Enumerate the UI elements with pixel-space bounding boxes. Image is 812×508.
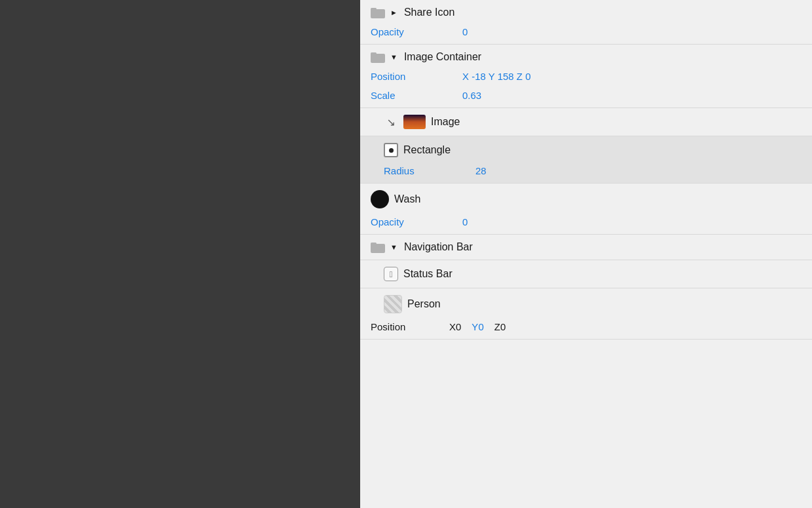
layer-main-share-icon[interactable]: ► Share Icon: [360, 0, 812, 25]
triangle-icon-image-container: ▼: [390, 53, 397, 61]
circle-icon-wash: [371, 190, 389, 208]
layer-row-rectangle[interactable]: Rectangle Radius 28: [360, 136, 812, 184]
layers-panel: ► Share Icon Opacity 0 ▼ Image Container…: [360, 0, 812, 508]
pos-z-value: 0: [500, 321, 506, 332]
pos-y-axis: Y: [471, 321, 478, 332]
layer-name-image: Image: [431, 116, 460, 128]
layer-main-status-bar[interactable]:  Status Bar: [360, 260, 812, 288]
prop-value-opacity-share: 0: [462, 26, 468, 37]
pos-y-person: Y 0: [471, 321, 483, 332]
curved-arrow-icon: ↙: [384, 116, 398, 128]
prop-opacity-share: Opacity 0: [360, 25, 812, 44]
prop-label-opacity-wash: Opacity: [371, 216, 462, 227]
pos-z-axis: Z: [494, 321, 500, 332]
layer-main-image-container[interactable]: ▼ Image Container: [360, 45, 812, 69]
prop-position-person: Position X 0 Y 0 Z 0: [360, 320, 812, 339]
pos-x-axis: X: [449, 321, 456, 332]
prop-value-opacity-wash: 0: [462, 216, 468, 227]
layer-row-share-icon[interactable]: ► Share Icon Opacity 0: [360, 0, 812, 45]
svg-rect-1: [371, 8, 377, 11]
prop-value-scale: 0.63: [462, 90, 481, 101]
layer-row-navigation-bar[interactable]: ▼ Navigation Bar: [360, 235, 812, 260]
svg-rect-5: [371, 243, 377, 246]
layer-main-wash[interactable]: Wash: [360, 184, 812, 215]
svg-rect-3: [371, 52, 377, 56]
prop-position-image-container: Position X -18 Y 158 Z 0: [360, 69, 812, 88]
pos-x-value: 0: [456, 321, 461, 332]
layer-name-status-bar: Status Bar: [403, 268, 452, 280]
folder-icon-navigation-bar: [371, 241, 385, 253]
layer-main-rectangle[interactable]: Rectangle: [360, 136, 812, 164]
position-label-person: Position: [371, 321, 449, 332]
triangle-icon-navigation-bar: ▼: [390, 243, 397, 251]
triangle-icon-share: ►: [390, 9, 397, 16]
pos-y-value: 0: [478, 321, 483, 332]
rectangle-icon: [384, 143, 398, 157]
apple-icon-status-bar: : [384, 267, 398, 281]
prop-label-opacity-share: Opacity: [371, 26, 462, 37]
person-icon: [384, 295, 402, 313]
image-thumbnail-icon: [403, 115, 426, 129]
prop-value-position: X -18 Y 158 Z 0: [462, 71, 531, 82]
prop-radius-rectangle: Radius 28: [360, 164, 812, 183]
layer-name-image-container: Image Container: [404, 51, 481, 63]
layer-name-wash: Wash: [394, 193, 420, 205]
layer-main-navigation-bar[interactable]: ▼ Navigation Bar: [360, 235, 812, 260]
layer-row-status-bar[interactable]:  Status Bar: [360, 260, 812, 288]
layer-name-share-icon: Share Icon: [404, 7, 454, 18]
layer-name-navigation-bar: Navigation Bar: [404, 241, 473, 253]
layer-name-person: Person: [407, 298, 441, 310]
layer-name-rectangle: Rectangle: [403, 144, 451, 156]
layer-main-person[interactable]: Person: [360, 288, 812, 320]
prop-value-radius: 28: [475, 165, 487, 176]
folder-icon-share: [371, 7, 385, 18]
layer-row-person[interactable]: Person Position X 0 Y 0 Z 0: [360, 288, 812, 340]
prop-scale-image-container: Scale 0.63: [360, 88, 812, 107]
left-panel: [0, 0, 360, 508]
prop-opacity-wash: Opacity 0: [360, 215, 812, 234]
layer-row-image-container[interactable]: ▼ Image Container Position X -18 Y 158 Z…: [360, 45, 812, 108]
layer-row-image[interactable]: ↙ Image: [360, 108, 812, 136]
prop-label-scale: Scale: [371, 90, 462, 101]
layer-main-image[interactable]: ↙ Image: [360, 108, 812, 136]
pos-z-person: Z 0: [494, 321, 506, 332]
position-values-person: X 0 Y 0 Z 0: [449, 321, 506, 332]
layer-row-wash[interactable]: Wash Opacity 0: [360, 184, 812, 235]
pos-x-person: X 0: [449, 321, 461, 332]
folder-icon-image-container: [371, 51, 385, 63]
prop-label-radius: Radius: [384, 165, 475, 176]
prop-label-position: Position: [371, 71, 462, 82]
